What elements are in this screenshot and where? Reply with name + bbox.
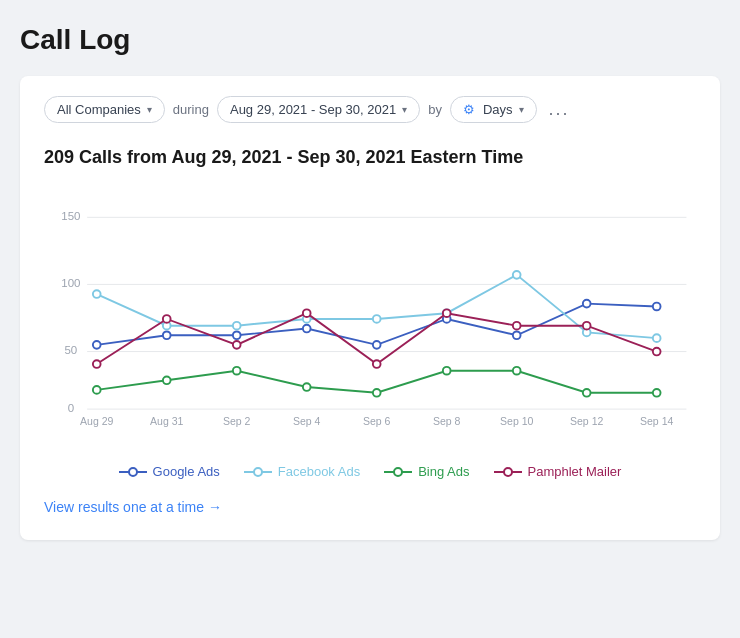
svg-point-43: [653, 389, 661, 397]
filter-bar: All Companies ▾ during Aug 29, 2021 - Se…: [44, 96, 696, 123]
svg-point-58: [394, 468, 402, 476]
svg-point-32: [513, 271, 521, 279]
svg-text:Sep 4: Sep 4: [293, 415, 321, 427]
svg-point-41: [513, 367, 521, 375]
chart-container: 150 100 50 0 Aug 29 Aug 31 Sep 2 Sep 4 S…: [44, 188, 696, 448]
svg-text:Sep 6: Sep 6: [363, 415, 391, 427]
svg-point-20: [303, 325, 311, 333]
svg-point-52: [653, 348, 661, 356]
svg-text:100: 100: [61, 277, 80, 289]
google-ads-line-icon: [119, 466, 147, 478]
bing-ads-legend-label: Bing Ads: [418, 464, 469, 479]
pamphlet-mailer-line-icon: [494, 466, 522, 478]
main-card: All Companies ▾ during Aug 29, 2021 - Se…: [20, 76, 720, 540]
svg-point-18: [163, 331, 171, 339]
svg-point-28: [233, 322, 241, 330]
company-chevron-icon: ▾: [147, 104, 152, 115]
period-label: Days: [483, 102, 513, 117]
legend-bing-ads: Bing Ads: [384, 464, 469, 479]
svg-point-44: [93, 360, 101, 368]
svg-point-25: [653, 303, 661, 311]
svg-point-19: [233, 331, 241, 339]
svg-point-36: [163, 376, 171, 384]
svg-text:Sep 8: Sep 8: [433, 415, 461, 427]
svg-text:Sep 14: Sep 14: [640, 415, 674, 427]
chart-svg: 150 100 50 0 Aug 29 Aug 31 Sep 2 Sep 4 S…: [44, 188, 696, 448]
during-label: during: [173, 102, 209, 117]
svg-point-23: [513, 331, 521, 339]
svg-point-40: [443, 367, 451, 375]
chart-legend: Google Ads Facebook Ads Bing Ads Pamphle…: [44, 464, 696, 479]
svg-point-60: [504, 468, 512, 476]
pamphlet-mailer-legend-label: Pamphlet Mailer: [528, 464, 622, 479]
svg-point-37: [233, 367, 241, 375]
more-options-button[interactable]: ...: [545, 97, 574, 122]
legend-facebook-ads: Facebook Ads: [244, 464, 360, 479]
svg-point-39: [373, 389, 381, 397]
date-range-filter[interactable]: Aug 29, 2021 - Sep 30, 2021 ▾: [217, 96, 420, 123]
svg-point-26: [93, 290, 101, 298]
company-filter[interactable]: All Companies ▾: [44, 96, 165, 123]
svg-text:Sep 2: Sep 2: [223, 415, 251, 427]
legend-google-ads: Google Ads: [119, 464, 220, 479]
company-filter-label: All Companies: [57, 102, 141, 117]
svg-text:Aug 31: Aug 31: [150, 415, 184, 427]
legend-pamphlet-mailer: Pamphlet Mailer: [494, 464, 622, 479]
svg-point-50: [513, 322, 521, 330]
svg-point-30: [373, 315, 381, 323]
svg-point-35: [93, 386, 101, 394]
bing-ads-line-icon: [384, 466, 412, 478]
google-ads-legend-label: Google Ads: [153, 464, 220, 479]
facebook-ads-legend-label: Facebook Ads: [278, 464, 360, 479]
svg-point-17: [93, 341, 101, 349]
svg-point-54: [129, 468, 137, 476]
period-icon: ⚙: [463, 102, 475, 117]
svg-point-48: [373, 360, 381, 368]
svg-text:Sep 10: Sep 10: [500, 415, 534, 427]
svg-text:Sep 12: Sep 12: [570, 415, 604, 427]
svg-point-49: [443, 309, 451, 317]
svg-point-45: [163, 315, 171, 323]
view-results-link[interactable]: View results one at a time →: [44, 499, 222, 515]
svg-point-42: [583, 389, 591, 397]
svg-text:Aug 29: Aug 29: [80, 415, 114, 427]
svg-text:150: 150: [61, 210, 80, 222]
svg-point-47: [303, 309, 311, 317]
svg-point-38: [303, 383, 311, 391]
svg-point-24: [583, 300, 591, 308]
svg-point-46: [233, 341, 241, 349]
date-chevron-icon: ▾: [402, 104, 407, 115]
period-chevron-icon: ▾: [519, 104, 524, 115]
by-label: by: [428, 102, 442, 117]
svg-text:0: 0: [68, 402, 74, 414]
svg-point-21: [373, 341, 381, 349]
svg-text:50: 50: [64, 344, 77, 356]
chart-title: 209 Calls from Aug 29, 2021 - Sep 30, 20…: [44, 147, 696, 168]
page-title: Call Log: [20, 24, 720, 56]
svg-point-56: [254, 468, 262, 476]
facebook-ads-line-icon: [244, 466, 272, 478]
svg-point-51: [583, 322, 591, 330]
svg-point-34: [653, 334, 661, 342]
period-filter[interactable]: ⚙ Days ▾: [450, 96, 537, 123]
date-range-label: Aug 29, 2021 - Sep 30, 2021: [230, 102, 396, 117]
